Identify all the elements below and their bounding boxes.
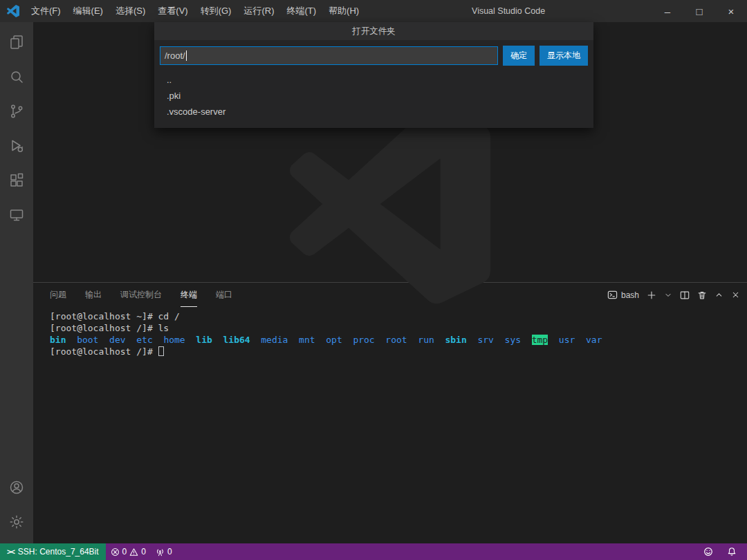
menu-run[interactable]: 运行(R): [237, 0, 280, 22]
show-local-button[interactable]: 显示本地: [540, 46, 588, 66]
menubar: 文件(F) 编辑(E) 选择(S) 查看(V) 转到(G) 运行(R) 终端(T…: [25, 0, 365, 22]
close-panel-icon[interactable]: [731, 290, 740, 299]
vscode-watermark-icon: [290, 104, 490, 304]
terminal-entry-boot: boot: [77, 335, 98, 345]
terminal-cursor: [158, 346, 164, 356]
dialog-body: /root/ 确定 显示本地 .. .pki .vscode-server: [154, 40, 593, 128]
error-count: 0: [122, 547, 127, 557]
menu-terminal[interactable]: 终端(T): [280, 0, 322, 22]
bell-icon: [727, 547, 737, 557]
new-terminal-icon[interactable]: [647, 290, 656, 300]
tab-debug-console[interactable]: 调试控制台: [120, 283, 162, 307]
terminal-prompt-line: [root@localhost /]#: [50, 346, 747, 357]
menu-view[interactable]: 查看(V): [151, 0, 194, 22]
terminal-entry-media: media: [261, 335, 288, 345]
window-controls: – □ ×: [652, 0, 747, 22]
error-icon: [111, 548, 120, 557]
source-control-icon[interactable]: [0, 94, 33, 129]
terminal-entry-usr: usr: [559, 335, 575, 345]
problems-indicator[interactable]: 0 0: [106, 543, 151, 560]
titlebar: 文件(F) 编辑(E) 选择(S) 查看(V) 转到(G) 运行(R) 终端(T…: [0, 0, 747, 22]
run-debug-icon[interactable]: [0, 129, 33, 163]
kill-terminal-trash-icon[interactable]: [697, 290, 707, 300]
search-icon[interactable]: [0, 59, 33, 94]
bottom-panel: 问题 输出 调试控制台 终端 端口 bash: [33, 282, 747, 543]
terminal-prompt: [root@localhost /]#: [50, 346, 158, 357]
notifications-button[interactable]: [722, 547, 741, 557]
status-bar-left: >< SSH: Centos_7_64Bit 0 0 0: [0, 543, 177, 560]
tab-ports[interactable]: 端口: [216, 283, 232, 307]
ports-indicator[interactable]: 0: [151, 543, 177, 560]
shell-name: bash: [621, 290, 639, 300]
settings-gear-icon[interactable]: [0, 505, 33, 539]
dialog-input-row: /root/ 确定 显示本地: [160, 46, 588, 66]
bash-icon: [607, 290, 618, 300]
text-caret: [186, 50, 187, 61]
list-item-parent-dir[interactable]: ..: [160, 72, 588, 88]
terminal-entry-sys: sys: [505, 335, 521, 345]
maximize-panel-chevron-up-icon[interactable]: [714, 290, 723, 299]
tab-terminal[interactable]: 终端: [181, 283, 197, 307]
terminal-entry-run: run: [418, 335, 434, 345]
terminal-entry-srv: srv: [477, 335, 493, 345]
terminal-entry-lib64: lib64: [223, 335, 250, 345]
warning-icon: [129, 548, 138, 557]
remote-indicator[interactable]: >< SSH: Centos_7_64Bit: [0, 543, 106, 560]
menu-file[interactable]: 文件(F): [25, 0, 67, 22]
terminal-entry-bin: bin: [50, 335, 66, 345]
remote-explorer-icon[interactable]: [0, 198, 33, 232]
ports-count: 0: [167, 547, 172, 557]
tab-problems[interactable]: 问题: [50, 283, 66, 307]
extensions-icon[interactable]: [0, 163, 33, 198]
split-terminal-icon[interactable]: [680, 290, 690, 300]
terminal-entry-home: home: [163, 335, 185, 345]
menu-help[interactable]: 帮助(H): [322, 0, 365, 22]
terminal-entry-sbin: sbin: [445, 335, 466, 345]
list-item-pki[interactable]: .pki: [160, 88, 588, 104]
feedback-icon: [703, 547, 713, 557]
open-folder-dialog: 打开文件夹 /root/ 确定 显示本地 .. .pki .vscode-ser…: [154, 22, 593, 128]
shell-selector[interactable]: bash: [607, 290, 639, 300]
activity-bar: [0, 22, 33, 543]
ok-button[interactable]: 确定: [503, 46, 535, 66]
tab-output[interactable]: 输出: [85, 283, 102, 307]
vscode-window: 文件(F) 编辑(E) 选择(S) 查看(V) 转到(G) 运行(R) 终端(T…: [0, 0, 747, 560]
dialog-file-list: .. .pki .vscode-server: [160, 66, 588, 127]
menu-edit[interactable]: 编辑(E): [67, 0, 109, 22]
radio-tower-icon: [156, 548, 165, 557]
terminal-entry-mnt: mnt: [299, 335, 315, 345]
remote-label: SSH: Centos_7_64Bit: [18, 547, 99, 557]
menu-select[interactable]: 选择(S): [109, 0, 151, 22]
feedback-button[interactable]: [699, 547, 718, 557]
status-bar-right: [699, 543, 747, 560]
terminal-entry-dev: dev: [109, 335, 125, 345]
dialog-title: 打开文件夹: [154, 22, 593, 40]
close-button[interactable]: ×: [715, 0, 747, 22]
terminal[interactable]: [root@localhost ~]# cd / [root@localhost…: [33, 307, 747, 543]
terminal-entry-var: var: [586, 335, 602, 345]
minimize-button[interactable]: –: [652, 0, 683, 22]
terminal-line: [root@localhost ~]# cd /: [50, 310, 747, 322]
explorer-icon[interactable]: [0, 25, 33, 59]
window-title: Visual Studio Code: [365, 6, 652, 16]
panel-tabs: 问题 输出 调试控制台 终端 端口: [50, 283, 232, 307]
terminal-listing: bin boot dev etc home lib lib64 media mn…: [50, 334, 747, 346]
chevron-down-icon[interactable]: [664, 291, 672, 299]
panel-actions: bash: [607, 283, 740, 307]
terminal-entry-proc: proc: [353, 335, 374, 345]
terminal-entry-opt: opt: [326, 335, 342, 345]
warning-count: 0: [141, 547, 146, 557]
terminal-entry-etc: etc: [136, 335, 152, 345]
status-bar: >< SSH: Centos_7_64Bit 0 0 0: [0, 543, 747, 560]
list-item-vscode-server[interactable]: .vscode-server: [160, 104, 588, 120]
remote-icon: ><: [7, 548, 15, 556]
maximize-button[interactable]: □: [683, 0, 715, 22]
terminal-entry-root: root: [385, 335, 407, 345]
folder-path-value: /root/: [165, 50, 185, 61]
terminal-line: [root@localhost /]# ls: [50, 322, 747, 334]
vscode-logo-icon: [7, 5, 19, 17]
folder-path-input[interactable]: /root/: [160, 46, 498, 65]
menu-go[interactable]: 转到(G): [194, 0, 238, 22]
account-icon[interactable]: [0, 470, 33, 505]
terminal-entry-lib: lib: [196, 335, 212, 345]
